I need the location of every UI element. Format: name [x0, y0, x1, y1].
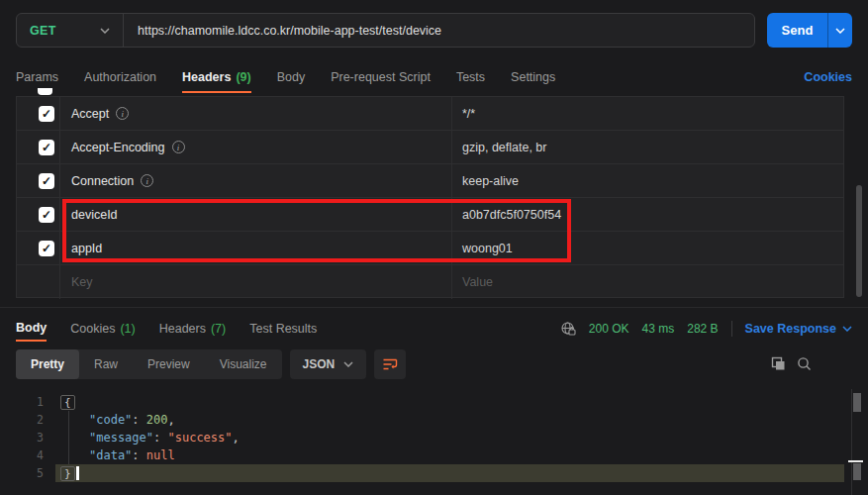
- code-line: 4 "data": null: [0, 446, 868, 464]
- response-meta: 200 OK 43 ms 282 B Save Response: [560, 316, 852, 342]
- header-value-cell[interactable]: gzip, deflate, br: [452, 131, 843, 163]
- search-icon: [797, 356, 812, 371]
- code-line-current: 5 }: [0, 464, 868, 482]
- view-tab-raw[interactable]: Raw: [79, 349, 133, 379]
- cookies-count-badge: (1): [120, 322, 135, 336]
- header-key: deviceId: [71, 208, 118, 222]
- value-placeholder-input[interactable]: Value: [452, 265, 843, 299]
- json-string: "success": [167, 431, 232, 445]
- partial-checkbox[interactable]: [38, 88, 52, 95]
- json-null: null: [146, 448, 175, 462]
- table-row: deviceId a0b7dfc5f0750f54: [17, 198, 843, 232]
- checkbox-checked[interactable]: [39, 173, 54, 189]
- copy-button[interactable]: [771, 356, 786, 371]
- header-value-cell[interactable]: */*: [452, 97, 843, 130]
- code-scrollbar-thumb[interactable]: [853, 393, 861, 412]
- tab-settings[interactable]: Settings: [511, 61, 555, 93]
- tab-response-headers[interactable]: Headers(7): [159, 316, 227, 342]
- header-key-cell[interactable]: deviceId: [59, 198, 452, 231]
- chevron-down-icon: [842, 326, 852, 332]
- line-number: 2: [0, 413, 44, 427]
- json-key: "message": [89, 431, 153, 445]
- info-icon: [116, 107, 129, 120]
- code-line: 2 "code": 200,: [0, 411, 868, 429]
- header-key-cell[interactable]: Accept: [59, 97, 452, 130]
- scrollbar-cursor-marker: [848, 460, 863, 462]
- line-number: 3: [0, 431, 44, 445]
- tab-response-body[interactable]: Body: [16, 316, 47, 342]
- send-button-group: Send: [767, 13, 852, 48]
- chevron-down-icon: [343, 361, 353, 367]
- request-tabs: Params Authorization Headers(9) Body Pre…: [16, 61, 852, 93]
- format-dropdown[interactable]: JSON: [290, 349, 367, 379]
- tab-test-results[interactable]: Test Results: [249, 316, 317, 342]
- json-key: "code": [89, 413, 132, 427]
- chevron-down-icon: [835, 28, 845, 34]
- response-body-viewer[interactable]: 1 { 2 "code": 200, 3 "message": "success…: [0, 389, 868, 495]
- tab-headers[interactable]: Headers(9): [182, 61, 251, 93]
- response-toolbar-icons: [771, 356, 812, 371]
- checkbox-checked[interactable]: [39, 207, 54, 223]
- code-line: 3 "message": "success",: [0, 429, 868, 446]
- headers-count-badge: (7): [211, 322, 226, 336]
- response-time[interactable]: 43 ms: [642, 322, 675, 336]
- network-globe-icon: [560, 321, 576, 337]
- headers-table: Accept */* Accept-Encoding gzip, deflate…: [16, 96, 844, 298]
- send-button[interactable]: Send: [767, 13, 827, 48]
- header-value-cell[interactable]: a0b7dfc5f0750f54: [452, 198, 843, 231]
- chevron-down-icon: [100, 28, 110, 34]
- response-size[interactable]: 282 B: [687, 322, 718, 336]
- indent-guide: [68, 411, 69, 464]
- url-input[interactable]: https://chamomile.ldcc.co.kr/mobile-app-…: [124, 24, 441, 38]
- json-key: "data": [89, 448, 132, 462]
- view-tab-pretty[interactable]: Pretty: [16, 349, 79, 379]
- info-icon: [141, 174, 153, 187]
- line-number: 4: [0, 448, 44, 462]
- wrap-text-icon: [382, 356, 398, 372]
- header-key: Accept: [71, 107, 109, 121]
- key-placeholder-input[interactable]: Key: [59, 265, 452, 299]
- tab-response-cookies[interactable]: Cookies(1): [70, 316, 135, 342]
- tab-body[interactable]: Body: [277, 61, 306, 93]
- checkbox-checked[interactable]: [39, 140, 54, 155]
- save-response-button[interactable]: Save Response: [745, 322, 852, 336]
- header-key-cell[interactable]: Connection: [59, 164, 452, 197]
- header-value-cell[interactable]: keep-alive: [452, 164, 843, 197]
- table-row: Accept */*: [17, 97, 843, 131]
- table-row: Accept-Encoding gzip, deflate, br: [17, 131, 843, 164]
- tab-tests[interactable]: Tests: [456, 61, 485, 93]
- fold-toggle-open-brace[interactable]: {: [60, 395, 75, 410]
- view-tab-preview[interactable]: Preview: [133, 349, 205, 379]
- code-scrollbar-thumb[interactable]: [853, 463, 861, 480]
- send-options-button[interactable]: [827, 13, 852, 48]
- checkbox-checked[interactable]: [39, 241, 54, 256]
- fold-toggle-close-brace[interactable]: }: [60, 466, 75, 481]
- response-view-controls: Pretty Raw Preview Visualize JSON: [16, 349, 406, 379]
- header-value-cell[interactable]: woong01: [452, 232, 843, 264]
- divider: [0, 307, 868, 308]
- text-cursor: [76, 466, 79, 480]
- table-row-empty: Key Value: [17, 265, 843, 299]
- cookies-link[interactable]: Cookies: [804, 61, 852, 93]
- code-scrollbar-track[interactable]: [851, 389, 852, 495]
- line-number: 5: [0, 466, 44, 480]
- header-key-cell[interactable]: appId: [59, 232, 452, 264]
- status-badge[interactable]: 200 OK: [589, 322, 629, 336]
- view-tab-visualize[interactable]: Visualize: [205, 349, 282, 379]
- format-label: JSON: [303, 357, 336, 371]
- search-button[interactable]: [797, 356, 812, 371]
- tab-authorization[interactable]: Authorization: [84, 61, 156, 93]
- header-key: Accept-Encoding: [71, 141, 165, 154]
- json-number: 200: [146, 413, 168, 427]
- header-key: appId: [71, 242, 102, 255]
- method-select[interactable]: GET: [17, 14, 123, 47]
- wrap-text-button[interactable]: [374, 349, 406, 379]
- postman-window: GET https://chamomile.ldcc.co.kr/mobile-…: [0, 0, 868, 495]
- header-key-cell[interactable]: Accept-Encoding: [59, 131, 452, 163]
- table-row: Connection keep-alive: [17, 164, 843, 198]
- method-label: GET: [30, 24, 56, 38]
- tab-pre-request-script[interactable]: Pre-request Script: [331, 61, 431, 93]
- request-scrollbar-thumb[interactable]: [856, 185, 862, 297]
- checkbox-checked[interactable]: [39, 106, 54, 122]
- header-key: Connection: [71, 174, 134, 188]
